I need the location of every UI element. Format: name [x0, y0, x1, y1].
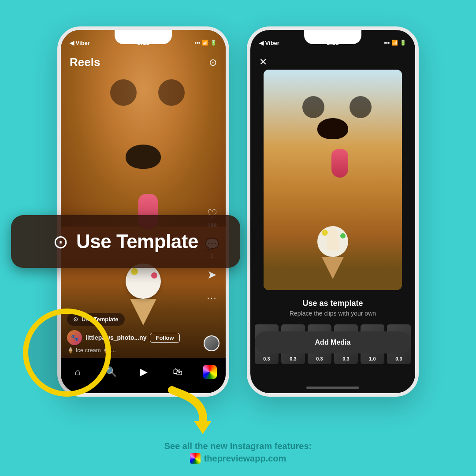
yellow-circle-highlight	[23, 309, 111, 397]
back-label-1[interactable]: ◀ Viber	[70, 40, 90, 46]
dog-nose	[126, 145, 161, 169]
p2-dog-tongue	[331, 149, 348, 178]
nav-shop-icon[interactable]: 🛍	[170, 364, 186, 380]
clip-duration-6: 0.3	[395, 356, 402, 361]
phone2-header: ✕	[250, 52, 415, 72]
home-indicator-2	[306, 387, 359, 389]
share-button[interactable]: ➤	[205, 267, 219, 282]
dog-eye-left	[110, 79, 137, 106]
share-icon: ➤	[205, 267, 219, 282]
p2-cone	[322, 257, 344, 279]
time-2: 5:13	[327, 39, 339, 46]
record-icon	[204, 335, 219, 351]
wifi-icon-1: 📶	[202, 40, 208, 46]
p2-eye-left	[302, 96, 324, 118]
p2-candy-green	[340, 233, 346, 238]
more-button[interactable]: ···	[205, 290, 219, 305]
footer-line2: thepreviewapp.com	[0, 453, 476, 464]
use-as-template-subtitle: Replace the clips with your own	[250, 310, 415, 317]
clip-duration-1: 0.3	[263, 356, 270, 361]
battery-icon-2: 🔋	[400, 40, 406, 46]
use-as-template-section: Use as template Replace the clips with y…	[250, 299, 415, 317]
camera-icon-banner: ⊙	[53, 231, 68, 253]
clip-duration-3: 0.3	[316, 356, 323, 361]
add-media-label: Add Media	[315, 338, 351, 346]
status-bar-2: ◀ Viber 5:13 ▪▪▪ 📶 🔋	[250, 30, 415, 52]
status-icons-1: ▪▪▪ 📶 🔋	[194, 40, 217, 46]
follow-button[interactable]: Follow	[150, 333, 179, 343]
rainbow-icon	[190, 453, 201, 464]
p2-eye-right	[350, 96, 372, 118]
dog-background	[61, 30, 226, 358]
status-bar-1: ◀ Viber 5:13 ▪▪▪ 📶 🔋	[61, 30, 226, 52]
add-media-button[interactable]: Add Media	[255, 331, 411, 353]
close-button[interactable]: ✕	[259, 56, 267, 68]
footer-url[interactable]: thepreviewapp.com	[204, 454, 286, 464]
footer-line1: See all the new Instagram features:	[0, 441, 476, 451]
hand	[327, 228, 339, 250]
nav-reels-icon[interactable]: ▶	[136, 364, 152, 380]
candy-red	[151, 272, 157, 279]
nav-profile-icon[interactable]	[203, 365, 217, 379]
reels-title: Reels	[70, 56, 100, 69]
signal-icon-2: ▪▪▪	[384, 40, 390, 46]
p2-ice-cream	[317, 226, 348, 279]
dog-eye-right	[158, 79, 185, 106]
yellow-arrow	[167, 386, 225, 434]
status-icons-2: ▪▪▪ 📶 🔋	[384, 40, 406, 46]
back-label-2[interactable]: ◀ Viber	[259, 40, 279, 46]
use-as-template-title: Use as template	[250, 299, 415, 308]
camera-icon-header[interactable]: ⊙	[209, 57, 217, 68]
p2-dog-nose	[317, 118, 348, 139]
clip-duration-5: 1.0	[369, 356, 376, 361]
phone1-header: Reels ⊙	[61, 52, 226, 73]
battery-icon-1: 🔋	[210, 40, 217, 46]
svg-marker-0	[194, 421, 212, 434]
footer: See all the new Instagram features: thep…	[0, 441, 476, 464]
wifi-icon-2: 📶	[391, 40, 398, 46]
candy-yellow	[131, 268, 138, 275]
signal-icon-1: ▪▪▪	[194, 40, 200, 46]
ice-cream-scoop	[126, 264, 161, 299]
phone2-content: ◀ Viber 5:13 ▪▪▪ 📶 🔋 ✕	[250, 30, 415, 393]
phone-2: ◀ Viber 5:13 ▪▪▪ 📶 🔋 ✕	[247, 26, 419, 397]
phone2-main-image	[264, 70, 402, 290]
use-template-banner[interactable]: ⊙ Use Template	[11, 215, 240, 268]
clip-duration-4: 0.3	[342, 356, 349, 361]
three-dots-icon: ···	[205, 290, 219, 305]
time-1: 5:13	[137, 39, 149, 46]
banner-text: Use Template	[76, 231, 198, 253]
clip-duration-2: 0.3	[290, 356, 296, 361]
